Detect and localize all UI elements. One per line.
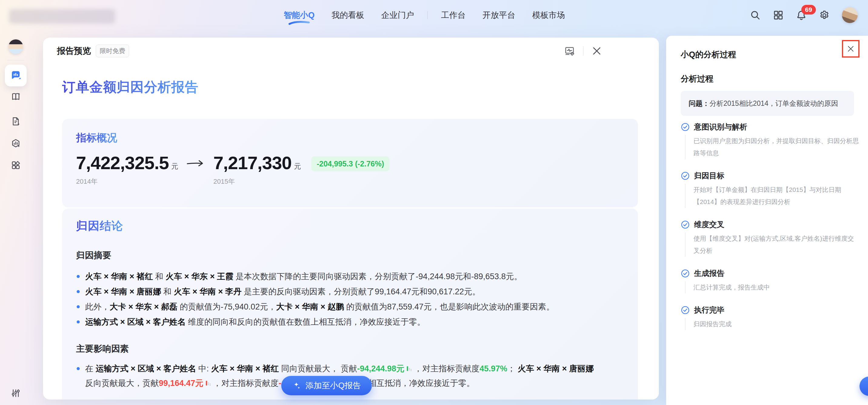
step-description: 归因报告完成 <box>685 318 859 330</box>
factors-line1: 在 运输方式 × 区域 × 客户姓名 中: 火车 × 华南 × 褚红 同向贡献最… <box>85 362 624 376</box>
summary-bullet: 火车 × 华南 × 唐丽娜 和 火车 × 华南 × 李丹 是主要的反向驱动因素，… <box>76 284 624 299</box>
notification-count-badge: 69 <box>801 5 816 14</box>
step-title: 维度交叉 <box>694 219 724 229</box>
nav-item-workbench[interactable]: 工作台 <box>441 10 466 21</box>
sidebar-item-app-grid[interactable] <box>10 160 21 170</box>
close-icon <box>846 44 855 53</box>
metric-row: 7,422,325.5 元 2014年 7,217,330 元 2015年 <box>76 154 624 186</box>
data-cube-icon <box>10 138 21 149</box>
summary-bullet-list: 火车 × 华南 × 褚红 和 火车 × 华东 × 王霞 是本次数据下降的主要同向… <box>76 269 624 330</box>
conclusion-heading: 归因结论 <box>76 218 123 234</box>
nav-item-template-market[interactable]: 模板市场 <box>532 10 565 21</box>
check-circle-icon <box>681 269 690 278</box>
limited-free-badge: 限时免费 <box>96 44 129 57</box>
question-label: 问题： <box>689 99 710 107</box>
metric-overview-card: 指标概况 7,422,325.5 元 2014年 7,217,330 <box>62 119 638 207</box>
metric-after-value: 7,217,330 <box>213 154 291 172</box>
analysis-step-dimension-cross: 维度交叉 使用【维度交叉】对(运输方式,区域,客户姓名)进行维度交叉分析 <box>681 219 859 257</box>
nav-item-label: 企业门户 <box>381 10 414 20</box>
panel-close-highlight-box[interactable] <box>842 40 860 58</box>
active-underline-swoosh-icon <box>288 21 310 26</box>
close-icon[interactable] <box>591 45 602 56</box>
conclusion-card: 归因结论 归因摘要 火车 × 华南 × 褚红 和 火车 × 华东 × 王霞 是本… <box>62 209 638 400</box>
sidebar-item-ai-chat[interactable] <box>5 65 27 86</box>
report-book-icon <box>10 92 21 102</box>
factors-line2-right: 相互抵消，净效应接近于零。 <box>368 376 475 390</box>
sidebar-user-avatar[interactable] <box>8 39 23 54</box>
nav-item-label: 开放平台 <box>483 10 515 20</box>
metric-after-year: 2015年 <box>213 177 301 186</box>
factors-heading: 主要影响因素 <box>76 343 624 355</box>
check-circle-icon <box>681 171 690 180</box>
step-description: 开始对【订单金额】在归因日期【2015】与对比日期【2014】的表现差异进行归因… <box>685 184 859 208</box>
trend-arrow-icon <box>186 157 206 169</box>
sidebar-item-report-book[interactable] <box>10 92 21 102</box>
step-title: 执行完毕 <box>694 305 724 315</box>
metric-after-unit: 元 <box>294 162 301 172</box>
search-icon[interactable] <box>750 10 761 21</box>
summary-heading: 归因摘要 <box>76 249 624 261</box>
smart-doc-icon <box>10 116 21 127</box>
step-description: 汇总计算完成，报告生成中 <box>685 281 859 293</box>
step-title: 生成报告 <box>694 268 724 278</box>
factors-line2-left: 反向贡献最大，贡献99,164.47元，对主指标贡献度-48.3 <box>85 379 297 388</box>
add-to-q-report-label: 添加至小Q报告 <box>306 380 361 391</box>
report-settings-icon[interactable] <box>564 45 575 56</box>
nav-item-label: 智能小Q <box>284 10 315 20</box>
analysis-section-title: 分析过程 <box>681 73 713 84</box>
sidebar-item-filter-sliders[interactable] <box>10 388 21 398</box>
page: 智能小Q 我的看板 企业门户 工作台 开放平台 <box>0 0 868 405</box>
analysis-process-panel: 小Q的分析过程 分析过程 问题：分析2015相比2014，订单金额波动的原因 意… <box>666 36 868 405</box>
left-sidebar <box>0 30 32 405</box>
ai-chat-icon <box>10 70 22 81</box>
nav-item-dashboards[interactable]: 我的看板 <box>332 10 364 21</box>
analysis-step-generate-report: 生成报告 汇总计算完成，报告生成中 <box>681 268 859 293</box>
metric-overview-heading: 指标概况 <box>76 131 117 145</box>
check-circle-icon <box>681 122 690 131</box>
metric-before: 7,422,325.5 元 2014年 <box>76 154 178 186</box>
app-grid-icon <box>10 160 21 170</box>
mini-bar-chart-green-icon <box>406 362 412 376</box>
user-avatar[interactable] <box>842 7 858 23</box>
nav-item-label: 模板市场 <box>532 10 565 20</box>
step-title: 意图识别与解析 <box>694 122 747 132</box>
nav-item-label: 工作台 <box>441 10 466 20</box>
summary-bullet: 运输方式 × 区域 × 客户姓名 维度的同向和反向的贡献值在数值上相互抵消，净效… <box>76 314 624 330</box>
notifications[interactable]: 69 <box>796 10 807 21</box>
check-circle-icon <box>681 220 690 229</box>
report-header-title: 报告预览 <box>57 45 91 57</box>
metric-after: 7,217,330 元 2015年 <box>213 154 301 186</box>
nav-item-smart-q[interactable]: 智能小Q <box>284 10 315 21</box>
step-description: 已识别用户意图为归因分析，并提取归因目标、归因分析思路等信息 <box>685 135 859 159</box>
analysis-steps: 意图识别与解析 已识别用户意图为归因分析，并提取归因目标、归因分析思路等信息 归… <box>681 122 859 342</box>
report-header-actions <box>564 38 602 64</box>
check-circle-icon <box>681 306 690 315</box>
mini-bar-chart-red-icon <box>205 377 212 391</box>
analysis-step-done: 执行完毕 归因报告完成 <box>681 305 859 330</box>
summary-bullet: 此外，大卡 × 华东 × 郝磊 的贡献值为-75,940.02元，大卡 × 华南… <box>76 299 624 314</box>
question-text: 分析2015相比2014，订单金额波动的原因 <box>710 99 838 107</box>
top-navbar: 智能小Q 我的看板 企业门户 工作台 开放平台 <box>0 0 868 30</box>
nav-item-label: 我的看板 <box>332 10 364 20</box>
delta-badge: -204,995.3 (-2.76%) <box>311 156 390 171</box>
analysis-step-target: 归因目标 开始对【订单金额】在归因日期【2015】与对比日期【2014】的表现差… <box>681 171 859 208</box>
sidebar-item-data-cube[interactable] <box>10 138 21 149</box>
filter-sliders-icon <box>10 388 21 398</box>
settings-gear-icon[interactable] <box>819 10 830 21</box>
metric-before-unit: 元 <box>171 162 178 172</box>
step-description: 使用【维度交叉】对(运输方式,区域,客户姓名)进行维度交叉分析 <box>685 232 859 257</box>
report-header: 报告预览 限时免费 <box>57 38 645 64</box>
metric-before-year: 2014年 <box>76 177 178 186</box>
nav-item-enterprise-portal[interactable]: 企业门户 <box>381 10 414 21</box>
summary-bullet: 火车 × 华南 × 褚红 和 火车 × 华东 × 王霞 是本次数据下降的主要同向… <box>76 269 624 284</box>
sidebar-divider <box>7 60 24 60</box>
app-logo-blurred <box>9 9 115 24</box>
sidebar-item-smart-doc[interactable] <box>10 116 21 127</box>
nav-item-open-platform[interactable]: 开放平台 <box>483 10 515 21</box>
primary-nav: 智能小Q 我的看板 企业门户 工作台 开放平台 <box>284 0 565 30</box>
apps-grid-icon[interactable] <box>773 10 784 21</box>
sparkle-icon <box>292 381 301 390</box>
analysis-step-intent: 意图识别与解析 已识别用户意图为归因分析，并提取归因目标、归因分析思路等信息 <box>681 122 859 159</box>
add-to-q-report-button[interactable]: 添加至小Q报告 <box>281 376 372 395</box>
step-title: 归因目标 <box>694 171 724 181</box>
